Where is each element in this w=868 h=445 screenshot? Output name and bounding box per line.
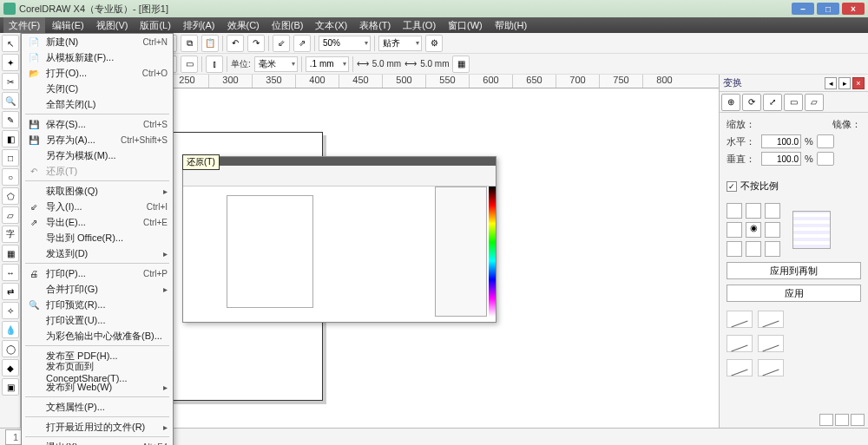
unit-combo[interactable]: 毫米 <box>254 56 298 72</box>
text-tool-icon[interactable]: 字 <box>2 226 19 243</box>
minimize-button[interactable]: – <box>792 3 814 15</box>
tab-skew-icon[interactable]: ▱ <box>805 94 824 111</box>
menu-item[interactable]: 📄新建(N)Ctrl+N <box>22 34 173 49</box>
menu-item[interactable]: 导出到 Office(R)... <box>22 230 173 245</box>
docker-next-icon[interactable]: ▸ <box>838 77 851 89</box>
docker-icon-1[interactable] <box>819 414 833 426</box>
menu-item[interactable]: 关闭(C) <box>22 81 173 96</box>
apply-copy-button[interactable]: 应用到再制 <box>727 262 861 279</box>
menu-window[interactable]: 窗口(W) <box>443 17 488 34</box>
dimension-tool-icon[interactable]: ↔ <box>2 264 19 281</box>
interactive-fill-icon[interactable]: ▣ <box>2 378 19 396</box>
menu-tools[interactable]: 工具(O) <box>398 17 441 34</box>
connector-tool-icon[interactable]: ⇄ <box>2 283 19 300</box>
fill-tool-icon[interactable]: ◆ <box>2 359 19 376</box>
outline-preset-3[interactable] <box>727 335 753 352</box>
menu-item[interactable]: 💾另存为(A)...Ctrl+Shift+S <box>22 132 173 147</box>
menu-help[interactable]: 帮助(H) <box>490 17 532 34</box>
table-tool-icon[interactable]: ▦ <box>2 245 19 262</box>
mirror-v-icon[interactable] <box>817 152 834 166</box>
tab-scale-icon[interactable]: ⤢ <box>763 94 782 111</box>
zoom-combo[interactable]: 50% <box>319 36 371 51</box>
menu-text[interactable]: 文本(X) <box>310 17 352 34</box>
interactive-tool-icon[interactable]: ✧ <box>2 302 19 319</box>
docker-prev-icon[interactable]: ◂ <box>825 77 837 89</box>
options-icon[interactable]: ⚙ <box>425 35 443 52</box>
menu-item[interactable]: 文档属性(P)... <box>22 399 173 415</box>
anchor-grid[interactable] <box>727 203 780 257</box>
menu-item[interactable]: 获取图像(Q)▸ <box>22 183 173 199</box>
menu-item[interactable]: ⇗导出(E)...Ctrl+E <box>22 214 173 230</box>
menu-item[interactable]: 全部关闭(L) <box>22 96 173 112</box>
menu-item[interactable]: 为彩色输出中心做准备(B)... <box>22 328 173 344</box>
outline-preset-4[interactable] <box>758 335 784 352</box>
outline-preset-6[interactable] <box>758 359 784 376</box>
menu-view[interactable]: 视图(V) <box>91 17 134 34</box>
outline-tool-icon[interactable]: ◯ <box>2 340 19 357</box>
menu-table[interactable]: 表格(T) <box>354 17 396 34</box>
copy-icon[interactable]: ⧉ <box>181 35 198 52</box>
zoom-tool-icon[interactable]: 🔍 <box>2 92 19 109</box>
tab-rotate-icon[interactable]: ⟳ <box>742 94 761 111</box>
menu-item[interactable]: 发送到(D)▸ <box>22 245 173 261</box>
menu-item-icon: ⇙ <box>27 200 41 213</box>
landscape-icon[interactable]: ▭ <box>181 56 198 73</box>
menu-item[interactable]: 退出(X)Alt+F4 <box>22 439 173 445</box>
h-scale-input[interactable] <box>761 134 801 148</box>
outline-preset-1[interactable] <box>727 311 753 328</box>
close-button[interactable]: × <box>842 3 865 15</box>
menu-layout[interactable]: 版面(L) <box>135 17 175 34</box>
shape-tool-icon[interactable]: ✦ <box>2 54 19 71</box>
nudge-input[interactable]: .1 mm <box>306 56 349 72</box>
maximize-button[interactable]: □ <box>817 3 839 15</box>
menu-item[interactable]: ↶还原(T) <box>22 163 173 179</box>
menu-effects[interactable]: 效果(C) <box>222 17 265 34</box>
menu-item[interactable]: 💾保存(S)...Ctrl+S <box>22 116 173 132</box>
menu-item-label: 从模板新建(F)... <box>46 51 168 64</box>
menu-item[interactable]: 打印设置(U)... <box>22 312 173 328</box>
paste-icon[interactable]: 📋 <box>201 35 219 52</box>
menu-item[interactable]: 📂打开(O)...Ctrl+O <box>22 65 173 81</box>
apply-button[interactable]: 应用 <box>727 285 861 302</box>
nonprop-checkbox[interactable] <box>727 181 737 192</box>
menu-edit[interactable]: 编辑(E) <box>47 17 89 34</box>
freehand-tool-icon[interactable]: ✎ <box>2 111 19 128</box>
menu-item[interactable]: 🔍打印预览(R)... <box>22 297 173 312</box>
docker-icon-2[interactable] <box>835 414 849 426</box>
menu-item[interactable]: 发布页面到 ConceptShare(T)... <box>22 363 173 379</box>
v-scale-input[interactable] <box>761 152 801 166</box>
import-icon[interactable]: ⇙ <box>273 35 290 52</box>
dup-offset-icon[interactable]: ▦ <box>452 56 470 73</box>
redo-icon[interactable]: ↷ <box>247 35 265 52</box>
smart-fill-icon[interactable]: ◧ <box>2 130 19 147</box>
outline-preset-2[interactable] <box>758 311 784 328</box>
menu-item-icon: ↶ <box>27 165 41 177</box>
docker-icon-3[interactable] <box>851 414 865 426</box>
crop-tool-icon[interactable]: ✂ <box>2 73 19 90</box>
menu-item[interactable]: 🖨打印(P)...Ctrl+P <box>22 265 173 281</box>
pages-icon[interactable]: ⫿ <box>206 56 223 73</box>
ellipse-tool-icon[interactable]: ○ <box>2 168 19 186</box>
tab-size-icon[interactable]: ▭ <box>784 94 803 111</box>
polygon-tool-icon[interactable]: ⬠ <box>2 187 19 205</box>
menu-item[interactable]: 另存为模板(M)... <box>22 147 173 163</box>
menu-item[interactable]: 打开最近用过的文件(R)▸ <box>22 419 173 435</box>
outline-preset-5[interactable] <box>727 359 753 376</box>
menu-item[interactable]: ⇙导入(I)...Ctrl+I <box>22 199 173 214</box>
eyedropper-tool-icon[interactable]: 💧 <box>2 321 19 338</box>
rectangle-tool-icon[interactable]: □ <box>2 149 19 167</box>
snap-combo[interactable]: 贴齐 <box>378 36 422 51</box>
menu-bitmap[interactable]: 位图(B) <box>266 17 309 34</box>
docker-close-icon[interactable]: × <box>852 77 865 89</box>
pick-tool-icon[interactable]: ↖ <box>2 35 19 52</box>
menu-arrange[interactable]: 排列(A) <box>178 17 220 34</box>
menu-file[interactable]: 文件(F) <box>3 17 45 34</box>
export-icon[interactable]: ⇗ <box>293 35 311 52</box>
tab-position-icon[interactable]: ⊕ <box>721 94 740 111</box>
menu-item[interactable]: 发布到 Web(W)▸ <box>22 379 173 395</box>
basic-shapes-icon[interactable]: ▱ <box>2 206 19 224</box>
undo-icon[interactable]: ↶ <box>227 35 244 52</box>
menu-item[interactable]: 合并打印(G)▸ <box>22 281 173 297</box>
mirror-h-icon[interactable] <box>817 134 834 148</box>
menu-item[interactable]: 📄从模板新建(F)... <box>22 49 173 65</box>
